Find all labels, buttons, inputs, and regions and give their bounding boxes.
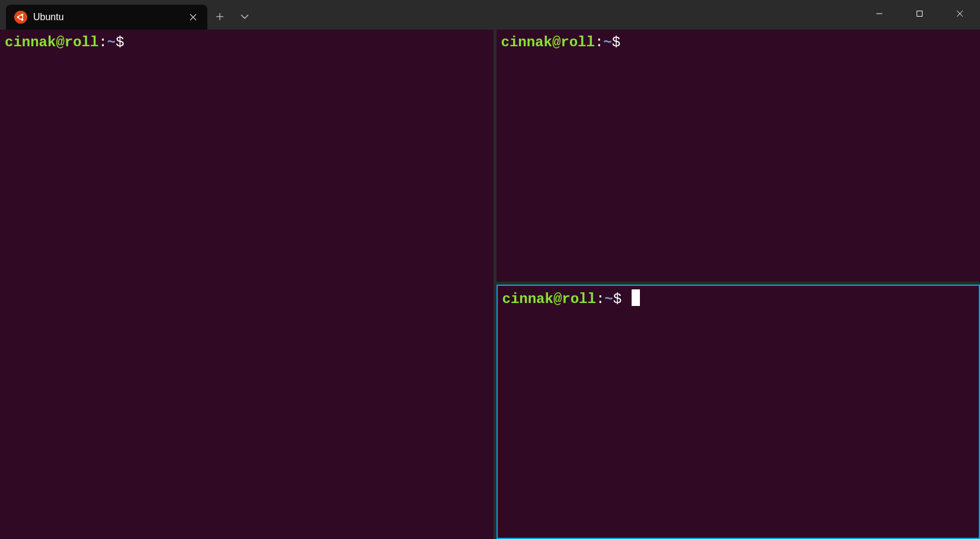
prompt-trailing-space — [620, 34, 629, 50]
terminal-panes: cinnak@roll:~$ cinnak@roll:~$ cinnak@rol… — [0, 30, 980, 539]
prompt-colon: : — [98, 34, 107, 50]
prompt-colon: : — [596, 291, 604, 307]
new-tab-button[interactable] — [207, 4, 232, 29]
prompt-line: cinnak@roll:~$ — [5, 33, 489, 52]
terminal-pane-bottom-right[interactable]: cinnak@roll:~$ — [497, 285, 981, 539]
title-bar: Ubuntu — [0, 0, 980, 30]
terminal-pane-right-stack: cinnak@roll:~$ cinnak@roll:~$ — [494, 30, 981, 539]
prompt-symbol: $ — [613, 291, 622, 307]
prompt-user-host: cinnak@roll — [5, 34, 98, 50]
terminal-pane-left[interactable]: cinnak@roll:~$ — [0, 30, 494, 539]
prompt-line: cinnak@roll:~$ — [502, 289, 975, 309]
tab-area: Ubuntu — [6, 0, 257, 30]
prompt-user-host: cinnak@roll — [501, 34, 595, 50]
ubuntu-icon — [14, 11, 27, 24]
svg-point-3 — [19, 15, 23, 20]
prompt-trailing-space — [124, 34, 133, 50]
window-controls — [859, 0, 980, 30]
prompt-symbol: $ — [612, 34, 620, 50]
svg-rect-9 — [917, 11, 923, 17]
minimize-button[interactable] — [859, 0, 899, 27]
tab-close-button[interactable] — [186, 10, 200, 24]
prompt-path: ~ — [603, 34, 611, 50]
tab-title: Ubuntu — [33, 12, 180, 23]
tab-ubuntu[interactable]: Ubuntu — [6, 5, 207, 30]
terminal-pane-top-right[interactable]: cinnak@roll:~$ — [497, 30, 981, 282]
prompt-trailing-space — [622, 291, 630, 307]
prompt-colon: : — [595, 34, 603, 50]
close-window-button[interactable] — [940, 0, 980, 27]
prompt-path: ~ — [604, 291, 613, 307]
prompt-symbol: $ — [116, 34, 124, 50]
prompt-line: cinnak@roll:~$ — [501, 33, 976, 52]
prompt-path: ~ — [107, 34, 116, 50]
cursor — [632, 289, 640, 306]
maximize-button[interactable] — [899, 0, 940, 27]
tab-dropdown-button[interactable] — [232, 4, 257, 29]
prompt-user-host: cinnak@roll — [502, 291, 596, 307]
